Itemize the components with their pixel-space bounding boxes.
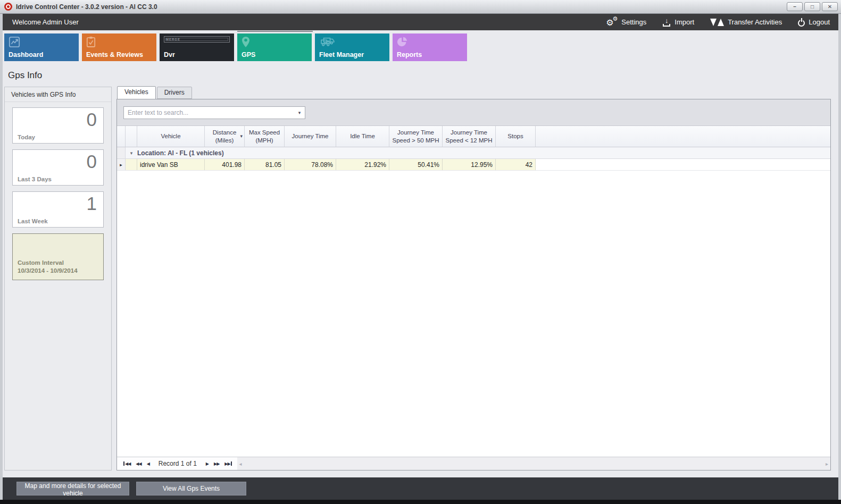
transfer-activities-button[interactable]: Transfer Activities bbox=[710, 18, 782, 27]
nav-tile-label: GPS bbox=[242, 51, 307, 58]
nav-tile-reports[interactable]: Reports bbox=[393, 33, 467, 61]
cell-idle-time: 21.92% bbox=[336, 159, 389, 170]
trucks-icon bbox=[319, 36, 335, 48]
dropdown-arrow-icon[interactable]: ▾ bbox=[294, 110, 305, 115]
tab-drivers[interactable]: Drivers bbox=[157, 87, 192, 99]
next-page-button[interactable]: ▶▶ bbox=[212, 460, 221, 467]
nav-tile-gps[interactable]: GPS bbox=[237, 33, 312, 61]
pagination-bar: ◀◀ ◀◀ ◀ Record 1 of 1 ▶ ▶▶ ▶▶ bbox=[117, 457, 830, 470]
header-actions: ⚙ ⚙ Settings ↓ Import Transfer Activitie… bbox=[606, 17, 830, 28]
footer-action-bar: Map and more details for selected vehicl… bbox=[3, 477, 838, 500]
header-bar: Welcome Admin User ⚙ ⚙ Settings ↓ Import bbox=[3, 14, 838, 30]
window-controls: – □ ✕ bbox=[787, 2, 838, 11]
card-label: Today bbox=[18, 134, 35, 140]
card-label: Custom Interval 10/3/2014 - 10/9/2014 bbox=[18, 259, 78, 275]
group-row-location[interactable]: ▾ Location: Al - FL (1 vehicles) bbox=[117, 147, 830, 159]
grid-header-row: Vehicle Distance (Miles) ▾ Max Speed (MP… bbox=[117, 126, 830, 147]
app-logo-icon bbox=[4, 3, 12, 11]
cell-max-speed: 81.05 bbox=[245, 159, 285, 170]
group-label: Location: Al - FL (1 vehicles) bbox=[137, 149, 224, 157]
header-journey-time[interactable]: Journey Time bbox=[285, 126, 336, 147]
card-last-3-days[interactable]: 0 Last 3 Days bbox=[12, 149, 104, 186]
scroll-left-icon[interactable]: ◂ bbox=[239, 461, 242, 467]
page-body: Vehicles with GPS Info 0 Today 0 Last 3 … bbox=[3, 87, 838, 471]
current-row-marker: ▸ bbox=[117, 159, 126, 170]
search-input[interactable] bbox=[124, 109, 294, 116]
import-label: Import bbox=[675, 18, 694, 26]
tab-vehicles[interactable]: Vehicles bbox=[117, 86, 156, 99]
title-bar: Idrive Control Center - 3.0.2 version - … bbox=[0, 0, 841, 14]
card-today[interactable]: 0 Today bbox=[12, 107, 104, 144]
card-custom-interval[interactable]: Custom Interval 10/3/2014 - 10/9/2014 bbox=[12, 233, 104, 280]
card-last-week[interactable]: 1 Last Week bbox=[12, 191, 104, 228]
header-journey-over-50[interactable]: Journey Time Speed > 50 MPH bbox=[389, 126, 443, 147]
nav-tile-label: Events & Reviews bbox=[86, 51, 152, 58]
cell-journey-over-50: 50.41% bbox=[389, 159, 443, 170]
cell-vehicle: idrive Van SB bbox=[137, 159, 205, 170]
prev-record-button[interactable]: ◀ bbox=[145, 460, 151, 467]
last-record-button[interactable]: ▶▶ bbox=[223, 460, 234, 467]
settings-label: Settings bbox=[621, 18, 646, 26]
sidebar-gps-info: Vehicles with GPS Info 0 Today 0 Last 3 … bbox=[4, 87, 112, 471]
tab-strip: Vehicles Drivers bbox=[116, 87, 831, 99]
search-toolbar: ▾ bbox=[117, 99, 830, 126]
horizontal-scrollbar[interactable]: ◂ ▸ bbox=[237, 457, 830, 470]
sort-desc-icon: ▾ bbox=[240, 133, 243, 139]
logout-label: Logout bbox=[809, 18, 830, 26]
card-value: 1 bbox=[87, 193, 97, 214]
prev-page-button[interactable]: ◀◀ bbox=[134, 460, 143, 467]
transfer-arrows-icon bbox=[710, 18, 724, 27]
nav-tile-label: Reports bbox=[397, 51, 463, 58]
import-icon: ↓ bbox=[662, 18, 671, 27]
first-record-button[interactable]: ◀◀ bbox=[121, 460, 132, 467]
interval-cards: 0 Today 0 Last 3 Days 1 Last Week Custom… bbox=[5, 102, 111, 291]
power-icon bbox=[798, 20, 805, 27]
header-max-speed[interactable]: Max Speed (MPH) bbox=[245, 126, 285, 147]
card-label: Last Week bbox=[18, 218, 48, 224]
cell-distance: 401.98 bbox=[205, 159, 245, 170]
line-chart-icon bbox=[9, 36, 20, 48]
welcome-text: Welcome Admin User bbox=[12, 18, 79, 26]
group-body: ▾ Location: Al - FL (1 vehicles) bbox=[126, 147, 830, 158]
clipboard-check-icon bbox=[86, 36, 96, 48]
search-combo: ▾ bbox=[123, 106, 305, 119]
map-details-button[interactable]: Map and more details for selected vehicl… bbox=[16, 482, 129, 495]
header-idle-time[interactable]: Idle Time bbox=[336, 126, 389, 147]
settings-button[interactable]: ⚙ ⚙ Settings bbox=[606, 17, 646, 28]
page-title: Gps Info bbox=[8, 70, 838, 82]
minimize-button[interactable]: – bbox=[787, 2, 803, 11]
card-label: Last 3 Days bbox=[18, 176, 52, 182]
nav-tile-label: Dashboard bbox=[9, 51, 74, 58]
pie-chart-icon bbox=[397, 36, 409, 48]
row-filler bbox=[536, 159, 830, 170]
logout-button[interactable]: Logout bbox=[798, 18, 830, 27]
nav-tile-events-reviews[interactable]: Events & Reviews bbox=[82, 33, 156, 61]
gear-icon: ⚙ ⚙ bbox=[606, 17, 618, 28]
import-button[interactable]: ↓ Import bbox=[662, 18, 694, 27]
nav-tile-fleet-manager[interactable]: Fleet Manager bbox=[315, 33, 389, 61]
sidebar-title: Vehicles with GPS Info bbox=[5, 87, 111, 102]
group-indicator-cell bbox=[117, 147, 126, 158]
nav-tile-dvr[interactable]: MERGE Dvr bbox=[160, 33, 234, 61]
scroll-right-icon[interactable]: ▸ bbox=[826, 461, 828, 467]
window-title: Idrive Control Center - 3.0.2 version - … bbox=[16, 3, 157, 11]
app-window: Idrive Control Center - 3.0.2 version - … bbox=[0, 0, 841, 504]
header-vehicle[interactable]: Vehicle bbox=[137, 126, 205, 147]
collapse-icon[interactable]: ▾ bbox=[126, 150, 137, 156]
header-indicator-cell bbox=[117, 126, 126, 147]
header-stops[interactable]: Stops bbox=[496, 126, 536, 147]
card-value: 0 bbox=[87, 151, 97, 172]
header-distance[interactable]: Distance (Miles) ▾ bbox=[205, 126, 245, 147]
vehicles-panel: ▾ Vehicle Distance (Miles) ▾ bbox=[116, 99, 831, 471]
nav-tile-dashboard[interactable]: Dashboard bbox=[4, 33, 79, 61]
header-expand-cell bbox=[126, 126, 137, 147]
next-record-button[interactable]: ▶ bbox=[204, 460, 210, 467]
record-status: Record 1 of 1 bbox=[153, 460, 202, 467]
table-row-idrive-van-sb[interactable]: ▸ idrive Van SB 401.98 81.05 78.08% 21.9… bbox=[117, 159, 830, 171]
header-journey-under-12[interactable]: Journey Time Speed < 12 MPH bbox=[443, 126, 496, 147]
close-button[interactable]: ✕ bbox=[822, 2, 838, 11]
nav-tiles: Dashboard Events & Reviews MERGE Dvr GPS bbox=[3, 30, 838, 65]
view-all-gps-events-button[interactable]: View All Gps Events bbox=[136, 482, 246, 495]
map-pin-icon bbox=[242, 36, 250, 48]
maximize-button[interactable]: □ bbox=[804, 2, 820, 11]
